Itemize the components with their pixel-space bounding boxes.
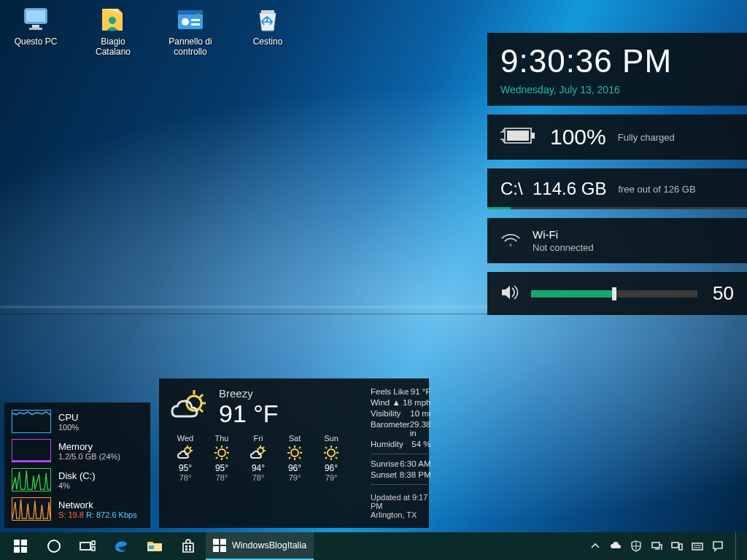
weather-condition: Breezy xyxy=(219,387,279,400)
value-humidity: 54 % xyxy=(411,440,430,448)
svg-line-21 xyxy=(200,409,203,412)
svg-line-54 xyxy=(336,457,337,459)
weather-updated: Updated at 9:17 PMArlington, TX xyxy=(371,493,430,519)
desktop-icons: Questo PCBiagio CatalanoPannello di cont… xyxy=(7,4,296,57)
desktop-icon-control-panel[interactable]: Pannello di controllo xyxy=(162,4,219,57)
svg-rect-64 xyxy=(92,547,95,551)
volume-slider[interactable] xyxy=(531,290,697,298)
weather-widget[interactable]: Breezy 91 °F Wed95°78°Thu95°78°Fri94°78°… xyxy=(159,378,429,528)
forecast-low: 78° xyxy=(252,473,265,482)
disk-graph xyxy=(12,468,51,491)
wifi-name: Wi-Fi xyxy=(533,228,594,241)
file-explorer-button[interactable] xyxy=(139,532,171,560)
volume-knob[interactable] xyxy=(612,287,616,300)
tray-onedrive-icon[interactable] xyxy=(610,540,622,552)
volume-widget[interactable]: 50 xyxy=(487,272,747,315)
svg-line-55 xyxy=(336,447,337,448)
drive-usage-bar xyxy=(487,207,747,209)
forecast-high: 95° xyxy=(179,463,192,473)
value-sunset: 8:38 PM xyxy=(400,470,431,479)
start-button[interactable] xyxy=(4,532,36,560)
svg-rect-62 xyxy=(80,542,90,550)
forecast-sunny-icon xyxy=(213,444,231,462)
wifi-icon xyxy=(500,231,521,250)
svg-rect-69 xyxy=(185,548,187,551)
cpu-value: 100% xyxy=(58,423,79,432)
svg-line-25 xyxy=(190,447,192,448)
label-sunset: Sunset xyxy=(371,470,397,479)
system-monitor-widget[interactable]: CPU100% Memory1.2/5.0 GB (24%) Disk (C:)… xyxy=(4,402,150,528)
desktop-icon-user[interactable]: Biagio Catalano xyxy=(85,4,142,57)
forecast-low: 78° xyxy=(179,473,192,482)
svg-line-46 xyxy=(299,447,301,448)
svg-rect-59 xyxy=(14,547,20,553)
svg-rect-78 xyxy=(672,542,678,548)
task-view-button[interactable] xyxy=(71,532,104,560)
desktop-icon-recycle[interactable]: Cestino xyxy=(239,4,296,57)
svg-point-15 xyxy=(509,244,512,246)
value-barometer: 29.38 in xyxy=(410,420,431,438)
wifi-status: Not connected xyxy=(533,242,594,253)
svg-rect-58 xyxy=(21,540,27,545)
forecast-high: 96° xyxy=(288,463,301,473)
tray-devices-icon[interactable] xyxy=(671,540,683,552)
tray-action-center-icon[interactable] xyxy=(712,540,724,552)
network-graph xyxy=(12,497,51,521)
value-visibility: 10 mi xyxy=(410,409,430,418)
label-barometer: Barometer xyxy=(371,420,410,438)
drive-widget[interactable]: C:\ 114.6 GB free out of 126 GB xyxy=(487,168,747,209)
forecast-day: Fri94°78° xyxy=(242,434,274,482)
tray-keyboard-icon[interactable] xyxy=(692,540,703,552)
svg-rect-16 xyxy=(12,460,50,462)
svg-rect-14 xyxy=(507,131,529,141)
desktop-icon-label: Questo PC xyxy=(15,36,58,47)
memory-row: Memory1.2/5.0 GB (24%) xyxy=(12,439,143,462)
forecast-day-label: Sun xyxy=(324,434,338,443)
battery-icon xyxy=(500,125,538,149)
svg-rect-63 xyxy=(92,541,95,545)
forecast-day-label: Sat xyxy=(289,434,301,443)
value-sunrise: 6:30 AM xyxy=(400,459,430,468)
svg-rect-8 xyxy=(191,19,200,21)
store-button[interactable] xyxy=(172,532,204,560)
battery-percent: 100% xyxy=(550,125,606,149)
clock-time: 9:30:36 PM xyxy=(500,43,734,79)
tray-defender-icon[interactable] xyxy=(630,540,642,552)
taskbar-app-windowsblogitalia[interactable]: WindowsBlogItalia xyxy=(206,532,314,560)
desktop-icon-pc[interactable]: Questo PC xyxy=(7,4,64,57)
desktop-icon-label: Cestino xyxy=(253,36,283,47)
clock-widget[interactable]: 9:30:36 PM Wednesday, July 13, 2016 xyxy=(487,33,747,106)
control-panel-icon xyxy=(175,4,206,35)
forecast-partly-icon xyxy=(177,444,194,462)
disk-value: 4% xyxy=(58,481,96,490)
wifi-widget[interactable]: Wi-Fi Not connected xyxy=(487,218,747,263)
memory-value: 1.2/5.0 GB (24%) xyxy=(58,452,120,461)
weather-now-icon xyxy=(169,387,210,428)
network-value: S: 19.8 R: 872.6 Kbps xyxy=(58,510,137,519)
taskbar: WindowsBlogItalia xyxy=(0,532,747,560)
svg-rect-71 xyxy=(213,539,219,545)
cortana-button[interactable] xyxy=(38,532,70,560)
forecast-low: 79° xyxy=(289,473,301,482)
clock-date: Wednesday, July 13, 2016 xyxy=(500,84,734,96)
svg-line-47 xyxy=(289,457,290,459)
svg-line-20 xyxy=(200,394,203,397)
svg-point-4 xyxy=(109,17,116,24)
svg-rect-13 xyxy=(531,133,535,139)
tray-overflow-icon[interactable] xyxy=(589,540,601,552)
forecast-day: Sat96°79° xyxy=(279,434,311,482)
tray-network-icon[interactable] xyxy=(651,540,662,552)
volume-fill xyxy=(531,290,614,298)
edge-button[interactable] xyxy=(105,532,137,560)
svg-line-56 xyxy=(325,457,327,459)
battery-status: Fully charged xyxy=(618,132,675,143)
label-feels-like: Feels Like xyxy=(371,387,409,396)
show-desktop-button[interactable] xyxy=(735,532,740,560)
svg-line-33 xyxy=(226,447,228,448)
weather-location: Arlington, TX xyxy=(371,510,417,519)
svg-rect-67 xyxy=(185,545,187,548)
svg-point-39 xyxy=(291,449,298,456)
taskbar-app-label: WindowsBlogItalia xyxy=(232,540,306,551)
battery-widget[interactable]: 100% Fully charged xyxy=(487,114,747,160)
right-widget-column: 9:30:36 PM Wednesday, July 13, 2016 100%… xyxy=(487,33,747,315)
